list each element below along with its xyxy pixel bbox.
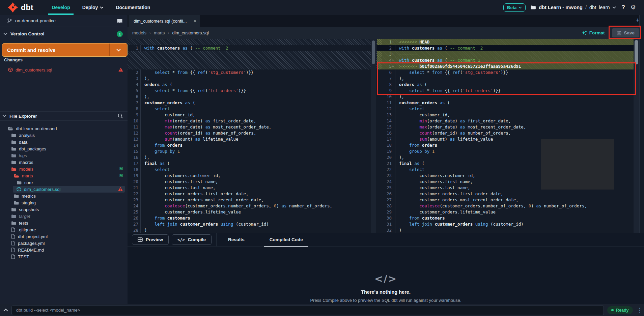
code-line[interactable]: 27 left join customer_orders using (cust… xyxy=(128,221,377,227)
nav-documentation[interactable]: Documentation xyxy=(110,0,156,15)
code-line[interactable]: 14 min(order_date) as first_order_date, xyxy=(377,118,634,124)
tree-row-readme-md[interactable]: README.md xyxy=(0,247,128,253)
dbt-logo[interactable]: dbt xyxy=(0,2,33,13)
code-line[interactable]: 26 customer_orders.first_order_date, xyxy=(377,191,634,197)
tree-row-test[interactable]: TEST xyxy=(0,253,128,260)
code-line[interactable]: 5 select * from {{ ref('fct_orders')}} xyxy=(128,88,377,94)
code-line[interactable]: 24 coalesce(customer_orders.number_of_or… xyxy=(128,203,377,209)
tree-row-marts[interactable]: martsM xyxy=(0,172,128,179)
code-line[interactable]: 13 customer_id, xyxy=(377,112,634,118)
code-line[interactable]: 3), xyxy=(128,76,377,82)
breadcrumb-marts[interactable]: marts xyxy=(154,30,165,35)
scrollbar-thumb[interactable] xyxy=(635,40,638,64)
tree-row-analysis[interactable]: analysis xyxy=(0,132,128,139)
code-line[interactable]: 16 count(order_id) as number_of_orders, xyxy=(377,130,634,136)
tree-row-models[interactable]: modelsM xyxy=(0,166,128,172)
code-line[interactable]: 30 from customers xyxy=(377,215,634,221)
tree-row-dim-customers-sql[interactable]: dim_customers.sql xyxy=(13,186,125,193)
code-line[interactable]: 31 left join customer_orders using (cust… xyxy=(377,221,634,227)
code-line[interactable]: 1+<<<<<<< HEAD xyxy=(377,39,634,45)
code-line[interactable]: 2 select * from {{ ref('stg_customers')}… xyxy=(128,69,377,76)
tree-row-packages-yml[interactable]: packages.yml xyxy=(0,240,128,247)
nav-deploy[interactable]: Deploy xyxy=(76,0,110,15)
code-line[interactable]: 9 customer_id, xyxy=(128,112,377,118)
tree-row-tests[interactable]: tests xyxy=(0,220,128,226)
code-line[interactable]: 7), xyxy=(377,76,634,82)
code-line[interactable]: 23 customer_orders.most_recent_order_dat… xyxy=(128,197,377,203)
code-line[interactable]: 4+with customers as ( -- comment 1 xyxy=(377,57,634,63)
left-pane-scrollbar[interactable] xyxy=(371,39,376,233)
diff-pane-right[interactable]: 1+<<<<<<< HEAD2with customers as ( -- co… xyxy=(377,39,634,233)
scrollbar-thumb[interactable] xyxy=(372,40,375,64)
code-line[interactable]: 6 select * from {{ ref('stg_customers')}… xyxy=(377,69,634,76)
code-line[interactable]: 10), xyxy=(377,94,634,100)
code-line[interactable]: 15 group by 1 xyxy=(128,148,377,154)
code-line[interactable]: 2with customers as ( -- comment 2 xyxy=(377,45,634,51)
code-line[interactable]: 10 min(order_date) as first_order_date, xyxy=(128,118,377,124)
chevron-up-icon[interactable] xyxy=(0,309,11,312)
command-input[interactable] xyxy=(11,306,604,315)
code-line[interactable]: 9 select * from {{ ref('fct_orders')}} xyxy=(377,88,634,94)
tab-compiled-code[interactable]: Compiled Code xyxy=(265,233,307,247)
code-line[interactable]: 27 customer_orders.most_recent_order_dat… xyxy=(377,197,634,203)
code-line[interactable]: 26 from customers xyxy=(128,215,377,221)
search-icon[interactable] xyxy=(118,113,123,119)
code-line[interactable]: 8 select xyxy=(128,106,377,112)
code-line[interactable]: 22 customer_orders.first_order_date, xyxy=(128,191,377,197)
code-line[interactable]: 13 sum(amount) as lifetime_value xyxy=(128,136,377,142)
tree-row-macros[interactable]: macros xyxy=(0,159,128,166)
code-line[interactable]: 21 customers.last_name, xyxy=(128,185,377,191)
branch-row[interactable]: on-demand-practice xyxy=(0,15,128,27)
code-line[interactable]: 7customer_orders as ( xyxy=(128,100,377,106)
commit-options-caret[interactable] xyxy=(109,44,127,56)
docs-book-icon[interactable] xyxy=(117,19,123,23)
code-line[interactable]: 16), xyxy=(128,154,377,161)
code-line[interactable]: 14 from orders xyxy=(128,142,377,148)
commit-and-resolve-label[interactable]: Commit and resolve xyxy=(2,44,109,56)
code-line[interactable]: 8orders as ( xyxy=(377,82,634,88)
code-line[interactable]: 11customer_orders as ( xyxy=(377,100,634,106)
code-line[interactable]: 3+======= xyxy=(377,51,634,57)
code-line[interactable]: 25 customer_orders.lifetime_value xyxy=(128,209,377,215)
code-line[interactable]: 32) xyxy=(377,227,634,233)
diff-pane-left[interactable]: 1with customers as ( -- comment 22 selec… xyxy=(128,39,377,233)
tree-row-snapshots[interactable]: snapshots xyxy=(0,206,128,213)
code-line[interactable]: 28) xyxy=(128,227,377,233)
commit-and-resolve-button[interactable]: Commit and resolve xyxy=(2,43,128,57)
code-line[interactable]: 28 coalesce(customer_orders.number_of_or… xyxy=(377,203,634,209)
code-line[interactable]: 6), xyxy=(128,94,377,100)
tree-row-dbt-learn-on-demand[interactable]: dbt-learn-on-demand xyxy=(0,125,128,132)
code-line[interactable]: 19 customers.customer_id, xyxy=(128,173,377,179)
code-line[interactable]: 12 count(order_id) as number_of_orders, xyxy=(128,130,377,136)
tree-row-metrics[interactable]: metrics xyxy=(0,193,128,199)
right-pane-scrollbar[interactable] xyxy=(634,39,639,233)
changed-file-row[interactable]: dim_customers.sql xyxy=(0,66,128,74)
close-icon[interactable]: × xyxy=(194,18,196,24)
code-line[interactable]: 4orders as ( xyxy=(128,82,377,88)
code-line[interactable]: 29 customer_orders.lifetime_value xyxy=(377,209,634,215)
nav-develop[interactable]: Develop xyxy=(46,0,76,15)
code-line[interactable]: 15 max(order_date) as most_recent_order_… xyxy=(377,124,634,130)
chevron-down-icon[interactable] xyxy=(612,6,616,9)
kebab-menu-icon[interactable]: ⋮ xyxy=(637,307,643,314)
tab-results[interactable]: Results xyxy=(224,233,249,247)
help-icon[interactable]: ? xyxy=(621,4,625,11)
tree-row-dbt-project-yml[interactable]: dbt_project.yml xyxy=(0,233,128,240)
account-name[interactable]: dbt Learn - mwong xyxy=(539,5,583,10)
code-line[interactable]: 1with customers as ( -- comment 2 xyxy=(128,45,377,51)
save-button[interactable]: Save xyxy=(612,28,639,37)
beta-dropdown[interactable]: Beta xyxy=(503,3,526,12)
code-line[interactable]: 12 select xyxy=(377,106,634,112)
tree-row-staging[interactable]: staging xyxy=(0,199,128,206)
code-line[interactable]: 18 select xyxy=(128,167,377,173)
tree-row-logs[interactable]: logs xyxy=(0,152,128,159)
preview-button[interactable]: Preview xyxy=(132,234,169,245)
tree-row-data[interactable]: data xyxy=(0,139,128,145)
tree-row-core[interactable]: core xyxy=(0,179,128,186)
editor-tab-dim-customers[interactable]: dim_customers.sql (confli... × xyxy=(129,15,200,27)
project-name[interactable]: dbt_learn xyxy=(589,5,610,10)
tree-row-target[interactable]: target xyxy=(0,213,128,220)
tree-row-dbt-packages[interactable]: dbt_packages xyxy=(0,145,128,152)
code-line[interactable]: 11 max(order_date) as most_recent_order_… xyxy=(128,124,377,130)
gear-icon[interactable]: ⚙ xyxy=(631,4,636,11)
